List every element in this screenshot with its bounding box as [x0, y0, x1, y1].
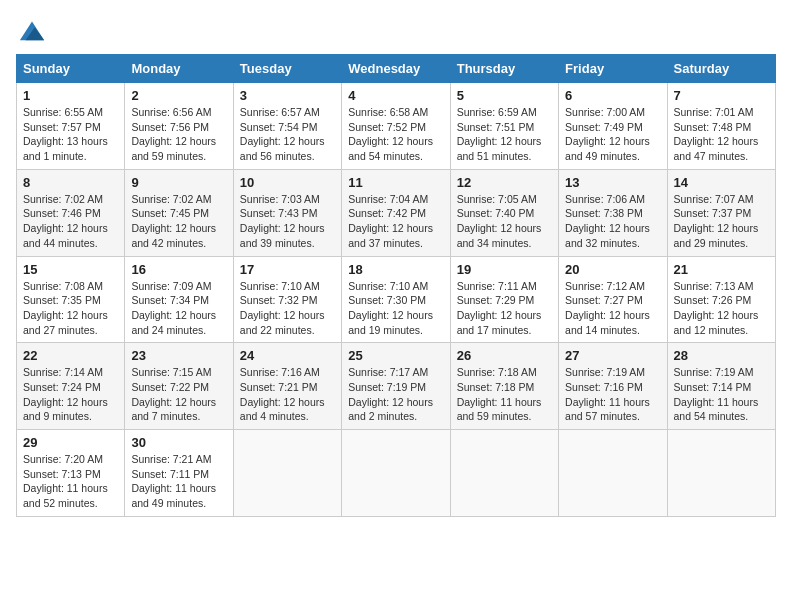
calendar-cell: 18Sunrise: 7:10 AMSunset: 7:30 PMDayligh…	[342, 256, 450, 343]
calendar-cell: 19Sunrise: 7:11 AMSunset: 7:29 PMDayligh…	[450, 256, 558, 343]
calendar-cell: 27Sunrise: 7:19 AMSunset: 7:16 PMDayligh…	[559, 343, 667, 430]
day-number: 16	[131, 262, 226, 277]
calendar-cell: 22Sunrise: 7:14 AMSunset: 7:24 PMDayligh…	[17, 343, 125, 430]
day-number: 21	[674, 262, 769, 277]
day-number: 2	[131, 88, 226, 103]
calendar-cell: 24Sunrise: 7:16 AMSunset: 7:21 PMDayligh…	[233, 343, 341, 430]
calendar-cell	[233, 430, 341, 517]
day-info: Sunrise: 7:15 AMSunset: 7:22 PMDaylight:…	[131, 365, 226, 424]
day-number: 30	[131, 435, 226, 450]
day-info: Sunrise: 7:19 AMSunset: 7:14 PMDaylight:…	[674, 365, 769, 424]
day-number: 18	[348, 262, 443, 277]
day-number: 29	[23, 435, 118, 450]
day-number: 15	[23, 262, 118, 277]
calendar-cell	[667, 430, 775, 517]
calendar-cell: 9Sunrise: 7:02 AMSunset: 7:45 PMDaylight…	[125, 169, 233, 256]
calendar-cell: 15Sunrise: 7:08 AMSunset: 7:35 PMDayligh…	[17, 256, 125, 343]
day-info: Sunrise: 7:02 AMSunset: 7:45 PMDaylight:…	[131, 192, 226, 251]
calendar-cell: 30Sunrise: 7:21 AMSunset: 7:11 PMDayligh…	[125, 430, 233, 517]
day-info: Sunrise: 7:20 AMSunset: 7:13 PMDaylight:…	[23, 452, 118, 511]
calendar-cell: 1Sunrise: 6:55 AMSunset: 7:57 PMDaylight…	[17, 83, 125, 170]
day-info: Sunrise: 6:57 AMSunset: 7:54 PMDaylight:…	[240, 105, 335, 164]
calendar-cell: 12Sunrise: 7:05 AMSunset: 7:40 PMDayligh…	[450, 169, 558, 256]
day-number: 6	[565, 88, 660, 103]
day-info: Sunrise: 7:12 AMSunset: 7:27 PMDaylight:…	[565, 279, 660, 338]
day-info: Sunrise: 7:13 AMSunset: 7:26 PMDaylight:…	[674, 279, 769, 338]
calendar-cell: 14Sunrise: 7:07 AMSunset: 7:37 PMDayligh…	[667, 169, 775, 256]
calendar-cell: 3Sunrise: 6:57 AMSunset: 7:54 PMDaylight…	[233, 83, 341, 170]
calendar-cell	[559, 430, 667, 517]
day-number: 7	[674, 88, 769, 103]
calendar-cell: 11Sunrise: 7:04 AMSunset: 7:42 PMDayligh…	[342, 169, 450, 256]
calendar-cell: 28Sunrise: 7:19 AMSunset: 7:14 PMDayligh…	[667, 343, 775, 430]
day-number: 10	[240, 175, 335, 190]
day-info: Sunrise: 7:18 AMSunset: 7:18 PMDaylight:…	[457, 365, 552, 424]
calendar-cell: 5Sunrise: 6:59 AMSunset: 7:51 PMDaylight…	[450, 83, 558, 170]
col-header-friday: Friday	[559, 55, 667, 83]
day-info: Sunrise: 7:11 AMSunset: 7:29 PMDaylight:…	[457, 279, 552, 338]
day-info: Sunrise: 7:10 AMSunset: 7:30 PMDaylight:…	[348, 279, 443, 338]
day-number: 8	[23, 175, 118, 190]
day-info: Sunrise: 7:03 AMSunset: 7:43 PMDaylight:…	[240, 192, 335, 251]
col-header-wednesday: Wednesday	[342, 55, 450, 83]
day-number: 19	[457, 262, 552, 277]
col-header-thursday: Thursday	[450, 55, 558, 83]
calendar-cell: 17Sunrise: 7:10 AMSunset: 7:32 PMDayligh…	[233, 256, 341, 343]
day-info: Sunrise: 7:07 AMSunset: 7:37 PMDaylight:…	[674, 192, 769, 251]
calendar-cell: 10Sunrise: 7:03 AMSunset: 7:43 PMDayligh…	[233, 169, 341, 256]
calendar-cell: 25Sunrise: 7:17 AMSunset: 7:19 PMDayligh…	[342, 343, 450, 430]
day-number: 20	[565, 262, 660, 277]
day-info: Sunrise: 7:01 AMSunset: 7:48 PMDaylight:…	[674, 105, 769, 164]
day-info: Sunrise: 7:14 AMSunset: 7:24 PMDaylight:…	[23, 365, 118, 424]
day-number: 5	[457, 88, 552, 103]
day-number: 4	[348, 88, 443, 103]
day-number: 27	[565, 348, 660, 363]
col-header-monday: Monday	[125, 55, 233, 83]
day-info: Sunrise: 7:06 AMSunset: 7:38 PMDaylight:…	[565, 192, 660, 251]
day-info: Sunrise: 7:04 AMSunset: 7:42 PMDaylight:…	[348, 192, 443, 251]
calendar-cell: 13Sunrise: 7:06 AMSunset: 7:38 PMDayligh…	[559, 169, 667, 256]
day-info: Sunrise: 7:17 AMSunset: 7:19 PMDaylight:…	[348, 365, 443, 424]
day-number: 17	[240, 262, 335, 277]
day-info: Sunrise: 6:55 AMSunset: 7:57 PMDaylight:…	[23, 105, 118, 164]
calendar-cell: 8Sunrise: 7:02 AMSunset: 7:46 PMDaylight…	[17, 169, 125, 256]
day-info: Sunrise: 6:56 AMSunset: 7:56 PMDaylight:…	[131, 105, 226, 164]
logo-icon	[18, 16, 46, 44]
day-number: 25	[348, 348, 443, 363]
page-header	[16, 16, 776, 44]
day-info: Sunrise: 6:58 AMSunset: 7:52 PMDaylight:…	[348, 105, 443, 164]
calendar-cell: 6Sunrise: 7:00 AMSunset: 7:49 PMDaylight…	[559, 83, 667, 170]
col-header-sunday: Sunday	[17, 55, 125, 83]
day-info: Sunrise: 7:09 AMSunset: 7:34 PMDaylight:…	[131, 279, 226, 338]
day-number: 14	[674, 175, 769, 190]
day-info: Sunrise: 7:00 AMSunset: 7:49 PMDaylight:…	[565, 105, 660, 164]
calendar-cell: 26Sunrise: 7:18 AMSunset: 7:18 PMDayligh…	[450, 343, 558, 430]
day-info: Sunrise: 7:21 AMSunset: 7:11 PMDaylight:…	[131, 452, 226, 511]
day-number: 3	[240, 88, 335, 103]
day-number: 11	[348, 175, 443, 190]
calendar-cell: 20Sunrise: 7:12 AMSunset: 7:27 PMDayligh…	[559, 256, 667, 343]
day-info: Sunrise: 7:05 AMSunset: 7:40 PMDaylight:…	[457, 192, 552, 251]
calendar-cell: 21Sunrise: 7:13 AMSunset: 7:26 PMDayligh…	[667, 256, 775, 343]
calendar-table: SundayMondayTuesdayWednesdayThursdayFrid…	[16, 54, 776, 517]
col-header-tuesday: Tuesday	[233, 55, 341, 83]
calendar-cell: 4Sunrise: 6:58 AMSunset: 7:52 PMDaylight…	[342, 83, 450, 170]
day-info: Sunrise: 7:16 AMSunset: 7:21 PMDaylight:…	[240, 365, 335, 424]
day-number: 26	[457, 348, 552, 363]
day-info: Sunrise: 7:19 AMSunset: 7:16 PMDaylight:…	[565, 365, 660, 424]
day-number: 28	[674, 348, 769, 363]
calendar-cell: 29Sunrise: 7:20 AMSunset: 7:13 PMDayligh…	[17, 430, 125, 517]
day-number: 12	[457, 175, 552, 190]
day-number: 24	[240, 348, 335, 363]
calendar-cell: 7Sunrise: 7:01 AMSunset: 7:48 PMDaylight…	[667, 83, 775, 170]
day-number: 23	[131, 348, 226, 363]
day-number: 22	[23, 348, 118, 363]
calendar-cell: 16Sunrise: 7:09 AMSunset: 7:34 PMDayligh…	[125, 256, 233, 343]
logo	[16, 16, 46, 44]
day-info: Sunrise: 7:08 AMSunset: 7:35 PMDaylight:…	[23, 279, 118, 338]
day-number: 1	[23, 88, 118, 103]
day-info: Sunrise: 6:59 AMSunset: 7:51 PMDaylight:…	[457, 105, 552, 164]
day-info: Sunrise: 7:10 AMSunset: 7:32 PMDaylight:…	[240, 279, 335, 338]
calendar-cell: 2Sunrise: 6:56 AMSunset: 7:56 PMDaylight…	[125, 83, 233, 170]
day-number: 9	[131, 175, 226, 190]
